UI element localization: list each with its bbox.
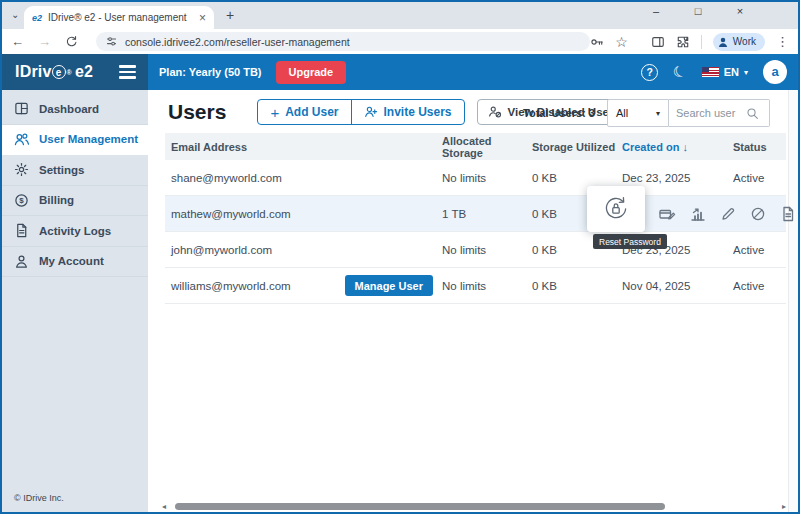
table-row[interactable]: williams@myworld.com Manage User No limi…	[165, 268, 786, 304]
search-box	[669, 99, 770, 127]
back-icon[interactable]: ←	[11, 34, 24, 49]
search-input[interactable]	[676, 107, 746, 119]
account-avatar[interactable]: a	[763, 60, 787, 84]
status-value: Active	[733, 172, 786, 184]
logo-block: IDrive®e2	[2, 54, 148, 90]
reset-password-button[interactable]	[587, 186, 645, 232]
hamburger-menu-icon[interactable]	[119, 65, 136, 78]
copyright-footer: © IDrive Inc.	[14, 493, 64, 503]
tab-search-chevron-icon[interactable]: ⌄	[11, 9, 19, 20]
logo-prefix: IDriv	[15, 63, 52, 81]
col-storage-utilized: Storage Utilized	[532, 141, 622, 153]
edit-plan-icon[interactable]	[659, 206, 676, 223]
search-icon[interactable]	[746, 107, 759, 120]
side-panel-icon[interactable]	[651, 35, 665, 49]
reset-password-lock-icon	[600, 193, 632, 225]
plan-label: Plan: Yearly (50 TB)	[159, 66, 262, 78]
scroll-right-arrow[interactable]: ▸	[782, 502, 786, 511]
sidebar-label: Billing	[39, 194, 74, 206]
allocated-storage: 1 TB	[442, 208, 532, 220]
sidebar-item-user-management[interactable]: User Management	[2, 125, 148, 156]
sidebar-item-my-account[interactable]: My Account	[2, 247, 148, 278]
minimize-button[interactable]: –	[650, 5, 662, 17]
page-title: Users	[168, 100, 226, 124]
user-logs-icon[interactable]	[780, 206, 796, 222]
created-on-label: Created on	[622, 141, 679, 153]
close-button[interactable]: ×	[734, 5, 746, 17]
add-user-label: Add User	[285, 105, 338, 119]
edit-user-icon[interactable]	[720, 206, 736, 222]
filter-value: All	[616, 107, 628, 119]
profile-chip[interactable]: Work	[713, 33, 765, 51]
dashboard-icon	[14, 101, 29, 116]
url-field[interactable]: console.idrivee2.com/reseller-user-manag…	[96, 32, 590, 51]
storage-utilized: 0 KB	[532, 172, 622, 184]
total-users-count: Total Users: 3	[523, 107, 595, 119]
col-allocated-storage: Allocated Storage	[442, 135, 532, 159]
browser-menu-kebab-icon[interactable]: ⋮	[776, 34, 789, 49]
sidebar-label: User Management	[39, 133, 138, 145]
document-icon	[14, 223, 29, 238]
usage-stats-icon[interactable]	[690, 206, 706, 222]
sort-desc-icon: ↓	[682, 141, 688, 153]
user-email: shane@myworld.com	[171, 172, 282, 184]
logo-registered-mark: ®	[67, 69, 72, 76]
header-actions: ? ☾ EN ▾ a	[641, 60, 798, 84]
address-bar-actions: ☆ Work ⋮	[590, 33, 789, 51]
storage-utilized: 0 KB	[532, 280, 622, 292]
invite-users-button[interactable]: Invite Users	[351, 100, 464, 124]
user-actions-group: + Add User Invite Users	[257, 99, 464, 125]
created-on: Nov 04, 2025	[622, 280, 733, 292]
col-created-on[interactable]: Created on↓	[622, 141, 733, 153]
main-content: Users + Add User Invite Users	[148, 90, 798, 512]
sidebar-item-billing[interactable]: $ Billing	[2, 186, 148, 217]
allocated-storage: No limits	[442, 244, 532, 256]
sidebar-item-activity-logs[interactable]: Activity Logs	[2, 216, 148, 247]
sidebar-item-settings[interactable]: Settings	[2, 155, 148, 186]
table-row[interactable]: shane@myworld.com No limits 0 KB Dec 23,…	[165, 160, 786, 196]
refresh-icon[interactable]	[65, 35, 78, 48]
table-row[interactable]: john@myworld.com No limits 0 KB Dec 23, …	[165, 232, 786, 268]
new-tab-button[interactable]: +	[226, 8, 234, 22]
users-icon	[14, 132, 29, 147]
help-icon[interactable]: ?	[641, 64, 658, 81]
col-email-address: Email Address	[171, 141, 442, 153]
language-selector[interactable]: EN ▾	[702, 66, 748, 78]
upgrade-button[interactable]: Upgrade	[276, 61, 347, 84]
manage-user-button[interactable]: Manage User	[345, 275, 433, 296]
address-bar: ← → console.idrivee2.com/reseller-user-m…	[2, 29, 798, 54]
horizontal-scrollbar[interactable]: ◂ ▸	[162, 502, 786, 511]
svg-text:$: $	[19, 196, 24, 205]
dark-mode-moon-icon[interactable]: ☾	[671, 61, 689, 82]
password-key-icon[interactable]	[590, 35, 604, 49]
sidebar-label: My Account	[39, 255, 104, 267]
filter-caret-icon: ▾	[656, 109, 660, 118]
maximize-button[interactable]: □	[692, 5, 704, 17]
forward-icon: →	[38, 34, 51, 49]
person-icon	[14, 254, 29, 269]
status-value: Active	[733, 244, 786, 256]
disable-user-icon[interactable]	[750, 206, 766, 222]
scrollbar-thumb[interactable]	[175, 503, 665, 510]
billing-dollar-icon: $	[14, 193, 29, 208]
sidebar-label: Dashboard	[39, 103, 99, 115]
vertical-scrollbar-track[interactable]	[788, 90, 798, 512]
bookmark-star-icon[interactable]: ☆	[615, 34, 628, 50]
allocated-storage: No limits	[442, 172, 532, 184]
sidebar-item-dashboard[interactable]: Dashboard	[2, 94, 148, 125]
browser-window: ⌄ e2 IDrive® e2 - User management × + – …	[0, 0, 800, 514]
app-body: Dashboard User Management Settin	[2, 90, 798, 512]
url-text: console.idrivee2.com/reseller-user-manag…	[125, 36, 350, 48]
user-filter-dropdown[interactable]: All ▾	[607, 99, 669, 127]
site-settings-icon[interactable]	[105, 35, 118, 48]
filter-search-cluster: Total Users: 3 All ▾	[523, 99, 770, 127]
allocated-storage: No limits	[442, 280, 532, 292]
add-user-button[interactable]: + Add User	[258, 100, 350, 124]
extensions-puzzle-icon[interactable]	[676, 35, 690, 49]
created-on: Dec 23, 2025	[622, 172, 733, 184]
tab-close-icon[interactable]: ×	[199, 11, 206, 25]
scroll-left-arrow[interactable]: ◂	[162, 502, 166, 511]
window-controls: – □ ×	[650, 5, 746, 17]
browser-tab[interactable]: e2 IDrive® e2 - User management ×	[24, 6, 214, 29]
logo-circled-e: e	[52, 65, 66, 79]
